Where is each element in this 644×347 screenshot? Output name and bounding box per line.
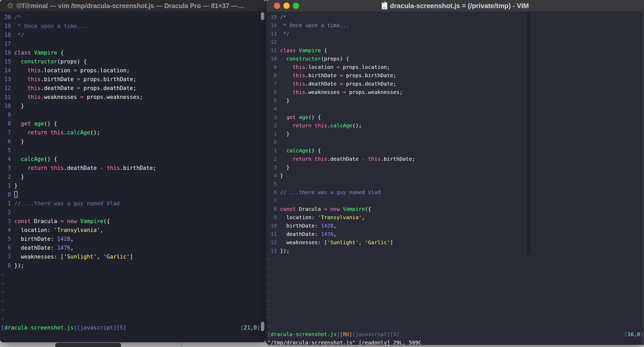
token: .birthDate; (120, 165, 156, 171)
token: .weaknesses (305, 89, 343, 95)
token: . (64, 129, 67, 136)
token: constructor (21, 58, 57, 65)
token: , (70, 245, 74, 251)
token: this (51, 165, 64, 171)
vim-buffer-macvim[interactable]: 15/*14 * Once upon a time...13 */1211cla… (267, 12, 644, 345)
code-line: 15/* (267, 13, 644, 21)
macvim-titlebar[interactable]: JS dracula-screenshot.js = (/private/tmp… (267, 0, 644, 12)
document-proxy-icon[interactable]: JS (382, 2, 387, 9)
token: = (337, 64, 340, 70)
code-line: 15 constructor(props) { (1, 57, 265, 66)
line-number: 9 (267, 213, 277, 222)
code-line: 1 } (267, 130, 644, 138)
token: birthDate: (280, 223, 321, 229)
token: .birthDate (305, 72, 339, 79)
code-line: 6// ...there was a guy named Vlad (267, 188, 644, 196)
token: const (280, 206, 296, 212)
macvim-window[interactable]: JS dracula-screenshot.js = (/private/tmp… (267, 0, 644, 345)
tilde: ~ (267, 289, 271, 296)
token: () { (44, 156, 57, 162)
line-number: 11 (267, 46, 277, 55)
filler-line: ~ (267, 288, 644, 297)
vim-statusline: [dracula-screenshot.js][RO][javascript][… (267, 330, 644, 338)
code-line: 13 */ (267, 29, 644, 38)
minimize-button[interactable] (16, 3, 22, 9)
token (14, 94, 28, 100)
traffic-lights (274, 0, 302, 11)
line-number: 3 (267, 163, 277, 171)
filler-line: ~ (267, 297, 644, 305)
line-number: 18 (1, 31, 11, 39)
token: this (27, 85, 41, 91)
token: } (280, 97, 289, 104)
token (327, 206, 330, 212)
token: return (27, 129, 47, 136)
close-button[interactable] (7, 3, 13, 9)
statusline-segment: ][javascript][S] (74, 323, 126, 332)
filler-line: ~ (1, 279, 265, 288)
token: const (14, 218, 31, 224)
filler-line: ~ (1, 314, 265, 323)
token: this (315, 156, 327, 162)
token (14, 165, 28, 171)
close-button[interactable] (274, 3, 280, 9)
token: 1476 (321, 231, 333, 237)
token: this (27, 67, 41, 74)
cursor-position: ] (257, 323, 260, 332)
cursor-position: [ (624, 330, 628, 338)
token: } (14, 183, 18, 189)
filler-line: ~ (267, 305, 644, 313)
token: () { (44, 121, 57, 127)
line-number: 8 (267, 205, 277, 213)
token: .location (41, 67, 74, 74)
zoom-button[interactable] (293, 3, 299, 9)
terminal-window-title: Terminal — vim /tmp/dracula-screenshot.j… (21, 2, 244, 10)
code-line: 13}); (267, 247, 644, 255)
terminal-titlebar[interactable]: Terminal — vim /tmp/dracula-screenshot.j… (0, 0, 265, 12)
token: Vampire (34, 50, 57, 56)
line-number: 13 (1, 75, 11, 84)
scrollbar-thumb[interactable] (261, 12, 264, 20)
token: this (315, 122, 327, 129)
token: }); (280, 248, 289, 254)
line-number: 8 (1, 119, 11, 128)
token: () { (308, 114, 321, 120)
line-number: 17 (1, 39, 11, 48)
code-line: 7 this.deathDate = props.deathDate; (267, 80, 644, 88)
zoom-button[interactable] (25, 3, 31, 9)
cursor-position: [ (240, 323, 244, 332)
token: 'Transylvania' (318, 214, 362, 220)
line-number: 2 (1, 172, 11, 181)
terminal-window[interactable]: Terminal — vim /tmp/dracula-screenshot.j… (0, 0, 265, 342)
line-number: 9 (1, 110, 11, 119)
token: (props) { (57, 58, 87, 65)
token: get (286, 114, 296, 120)
code-line: 9 (1, 110, 265, 119)
token: /* (280, 14, 286, 20)
token: // ...there was a guy named Vlad (280, 189, 380, 195)
token: calcAge (21, 156, 44, 162)
minimize-button[interactable] (283, 3, 290, 9)
token: } (280, 164, 289, 170)
vim-buffer-terminal[interactable]: 20/*19 * Once upon a time...18 */1716cla… (0, 12, 265, 332)
code-line: 20/* (1, 13, 265, 22)
token: } (14, 138, 24, 145)
token (31, 121, 34, 127)
token: .location (305, 64, 336, 70)
line-number: 15 (267, 13, 277, 21)
scrollbar-thumb[interactable] (261, 322, 264, 331)
line-number: 12 (1, 84, 11, 93)
code-line: 2 return this.calcAge(); (267, 121, 644, 130)
code-line: 6 } (1, 137, 265, 146)
code-line: 5 (267, 180, 644, 188)
filler-line: ~ (1, 306, 265, 314)
token: get (21, 121, 31, 127)
token (14, 129, 28, 136)
line-number: 4 (1, 155, 11, 164)
line-number: 3 (1, 217, 11, 226)
token: this (27, 76, 41, 82)
line-number: 7 (1, 252, 11, 261)
traffic-lights (7, 0, 34, 11)
token (280, 72, 293, 79)
line-number: 5 (267, 180, 277, 188)
